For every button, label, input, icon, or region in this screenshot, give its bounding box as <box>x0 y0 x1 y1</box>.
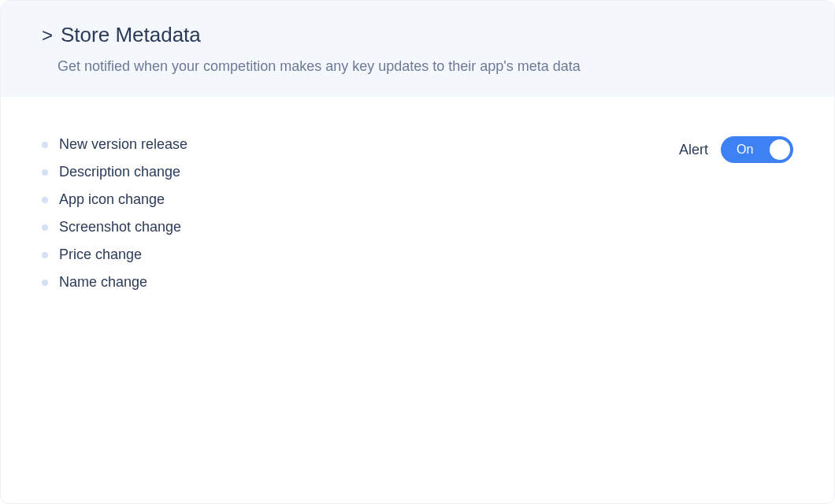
list-item: App icon change <box>42 191 187 208</box>
list-item: New version release <box>42 136 187 153</box>
list-item-label: App icon change <box>59 191 165 208</box>
list-item-label: Description change <box>59 164 180 180</box>
chevron-right-icon: > <box>42 26 53 45</box>
section-header: > Store Metadata Get notified when your … <box>1 1 834 97</box>
page-subtitle: Get notified when your competition makes… <box>58 58 793 75</box>
list-item: Screenshot change <box>42 219 187 235</box>
bullet-icon <box>42 280 48 286</box>
content-area: New version release Description change A… <box>1 97 834 302</box>
bullet-icon <box>42 169 48 176</box>
alert-toggle[interactable]: On <box>721 136 793 163</box>
toggle-knob-icon <box>770 139 790 160</box>
list-item-label: Name change <box>59 274 147 291</box>
bullet-icon <box>42 252 48 258</box>
title-row: > Store Metadata <box>42 23 793 47</box>
toggle-state-label: On <box>737 143 753 157</box>
bullet-icon <box>42 224 48 231</box>
list-item-label: Screenshot change <box>59 219 181 235</box>
list-item: Price change <box>42 246 187 263</box>
list-item-label: New version release <box>59 136 187 153</box>
list-item: Description change <box>42 164 187 180</box>
bullet-icon <box>42 142 48 148</box>
bullet-icon <box>42 197 48 203</box>
page-title: Store Metadata <box>61 23 201 47</box>
list-item: Name change <box>42 274 187 291</box>
list-item-label: Price change <box>59 246 142 263</box>
alert-label: Alert <box>679 142 708 158</box>
metadata-change-list: New version release Description change A… <box>42 136 187 302</box>
alert-control: Alert On <box>679 136 793 163</box>
